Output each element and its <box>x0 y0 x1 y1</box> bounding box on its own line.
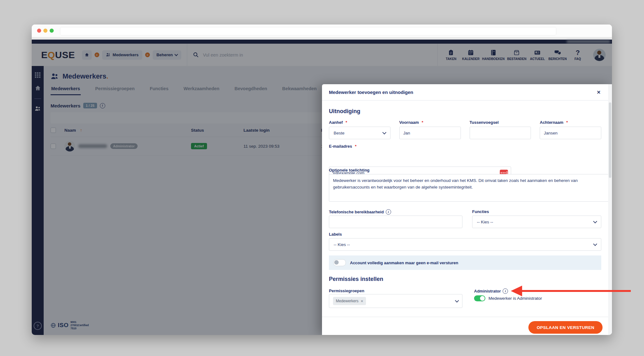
tussenvoegsel-input[interactable] <box>470 127 531 139</box>
chip-label: Medewerkers <box>336 299 358 303</box>
modal-scrollbar[interactable] <box>608 84 612 335</box>
scrollbar-thumb[interactable] <box>609 102 611 178</box>
telefonisch-input[interactable] <box>329 216 462 228</box>
administrator-toggle-label: Medewerker is Administrator <box>488 296 542 301</box>
browser-window: EQUSE > Medewerkers > Beheren <box>32 25 612 335</box>
account-toggle-band: Account volledig aanmaken maar geen e-ma… <box>329 255 601 270</box>
chevron-down-icon <box>455 298 459 303</box>
info-icon[interactable]: i <box>503 288 508 294</box>
achternaam-label: Achternaam* <box>540 120 601 125</box>
account-toggle[interactable] <box>333 259 346 266</box>
voornaam-input[interactable] <box>399 127 461 139</box>
add-employee-modal: Medewerker toevoegen en uitnodigen ✕ Uit… <box>322 84 612 335</box>
modal-header: Medewerker toevoegen en uitnodigen ✕ <box>322 84 612 101</box>
permissiegroepen-select[interactable]: Medewerkers ✕ <box>329 294 462 308</box>
close-icon[interactable]: ✕ <box>597 90 601 95</box>
info-icon[interactable]: i <box>386 209 391 215</box>
annotation-arrow-line <box>521 290 631 292</box>
permissiegroepen-label: Permissiegroepen <box>329 288 462 293</box>
toelichting-label: Optionele toelichting <box>329 168 601 173</box>
modal-footer-divider <box>322 317 608 317</box>
labels-label: Labels <box>329 232 601 237</box>
modal-title: Medewerker toevoegen en uitnodigen <box>329 90 413 95</box>
achternaam-input[interactable] <box>540 127 601 139</box>
aanhef-select[interactable]: Beste <box>329 127 390 139</box>
toelichting-textarea[interactable]: Medewerker is verantwoordelijk voor het … <box>329 174 612 202</box>
window-minimize-button[interactable] <box>43 29 47 33</box>
chip-remove-icon[interactable]: ✕ <box>361 299 363 303</box>
aanhef-label: Aanhef* <box>329 120 390 125</box>
chevron-down-icon <box>593 242 597 246</box>
section-uitnodiging: Uitnodiging <box>329 108 601 115</box>
tussenvoegsel-label: Tussenvoegsel <box>470 120 531 125</box>
administrator-toggle-row: Medewerker is Administrator <box>474 295 601 301</box>
save-and-send-button[interactable]: OPSLAAN EN VERSTUREN <box>528 321 603 334</box>
chevron-down-icon <box>382 130 386 134</box>
section-permissies: Permissies instellen <box>329 276 601 282</box>
address-bar[interactable] <box>60 27 556 36</box>
desktop: EQUSE > Medewerkers > Beheren <box>0 0 644 356</box>
administrator-toggle[interactable] <box>474 295 485 301</box>
voornaam-label: Voornaam* <box>399 120 461 125</box>
chevron-down-icon <box>593 219 597 223</box>
functies-label: Functies <box>472 209 601 214</box>
telefonisch-label: Telefonische bereikbaarheidi <box>329 209 462 215</box>
chrome-divider <box>32 37 612 40</box>
window-close-button[interactable] <box>37 29 41 33</box>
annotation-arrow-head <box>511 286 522 296</box>
labels-select[interactable]: -- Kies -- <box>329 238 601 251</box>
account-toggle-label: Account volledig aanmaken maar geen e-ma… <box>350 260 458 265</box>
browser-chrome <box>32 25 612 37</box>
permission-chip: Medewerkers ✕ <box>333 297 366 305</box>
window-zoom-button[interactable] <box>50 29 54 33</box>
email-label: E-mailadres* <box>329 144 601 149</box>
functies-select[interactable]: -- Kies -- <box>472 216 601 228</box>
